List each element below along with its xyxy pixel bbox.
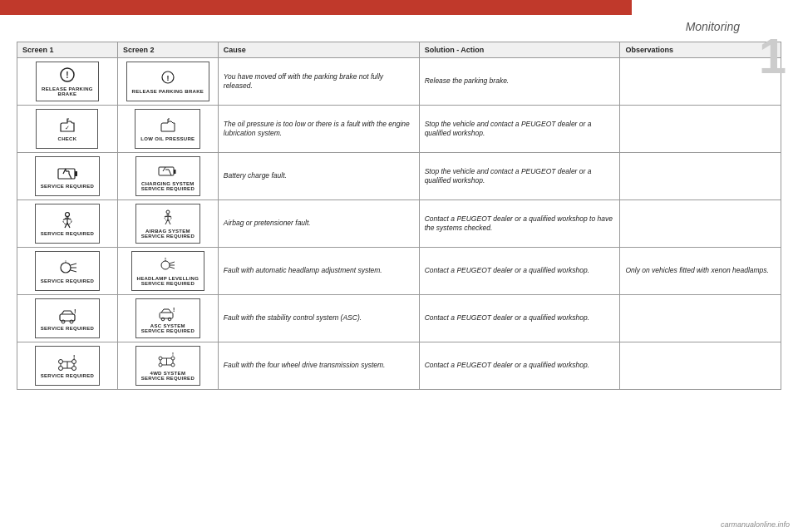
top-red-bar bbox=[0, 0, 798, 15]
svg-line-22 bbox=[71, 264, 76, 265]
solution-cell: Stop the vehicle and contact a PEUGEOT d… bbox=[419, 106, 620, 153]
screen2-cell: ! RELEASE PARKING BRAKE bbox=[117, 58, 218, 106]
airbag-icon bbox=[56, 211, 79, 229]
solution-cell: Stop the vehicle and contact a PEUGEOT d… bbox=[419, 153, 620, 200]
asc-icon: ! bbox=[56, 306, 79, 324]
cause-cell: Fault with the four wheel drive transmis… bbox=[218, 342, 419, 390]
screen2-cell: LOW OIL PRESSURE bbox=[117, 106, 218, 153]
col-observations: Observations bbox=[620, 42, 781, 58]
indicator-box-screen1: ! SERVICE REQUIRED bbox=[35, 346, 100, 386]
screen2-cell: CHARGING SYSTEMSERVICE REQUIRED bbox=[117, 153, 218, 200]
table-row: ! SERVICE REQUIRED ! ASC SYSTEMSERVICE R… bbox=[17, 295, 781, 342]
observations-cell bbox=[620, 106, 781, 153]
battery-icon bbox=[56, 164, 79, 182]
screen1-cell: SERVICE REQUIRED bbox=[17, 153, 118, 200]
svg-text:!: ! bbox=[166, 74, 169, 82]
4wd-sm-icon: ! bbox=[156, 351, 180, 369]
cause-cell: Fault with automatic headlamp adjustment… bbox=[218, 248, 419, 295]
observations-cell bbox=[620, 342, 781, 390]
svg-text:!: ! bbox=[73, 354, 75, 360]
col-cause: Cause bbox=[218, 42, 419, 58]
col-solution: Solution - Action bbox=[419, 42, 620, 58]
asc-sm-icon: ! bbox=[156, 303, 180, 322]
svg-line-14 bbox=[163, 167, 165, 171]
section-number: 1 bbox=[759, 32, 786, 81]
svg-text:✓: ✓ bbox=[65, 125, 70, 131]
svg-text:!: ! bbox=[173, 307, 175, 313]
svg-point-52 bbox=[171, 363, 175, 367]
svg-point-41 bbox=[58, 367, 62, 371]
svg-rect-13 bbox=[174, 170, 176, 174]
screen1-cell: ! SERVICE REQUIRED bbox=[17, 342, 118, 390]
solution-cell: Contact a PEUGEOT dealer or a qualified … bbox=[419, 248, 620, 295]
svg-point-40 bbox=[71, 360, 76, 364]
headlamp-sm-icon bbox=[156, 256, 180, 274]
cause-cell: Airbag or pretensioner fault. bbox=[218, 200, 419, 248]
solution-cell: Contact a PEUGEOT dealer or a qualified … bbox=[419, 200, 620, 248]
observations-cell bbox=[620, 200, 781, 248]
svg-point-26 bbox=[161, 261, 170, 269]
indicator-box-screen2: HEADLAMP LEVELLINGSERVICE REQUIRED bbox=[131, 251, 205, 291]
svg-line-24 bbox=[71, 270, 76, 272]
page-title: Monitoring bbox=[686, 20, 740, 33]
cause-cell: You have moved off with the parking brak… bbox=[218, 58, 419, 106]
svg-rect-31 bbox=[60, 314, 75, 321]
table-row: SERVICE REQUIRED HEADLAMP LEVELLINGSERVI… bbox=[17, 248, 781, 295]
solution-cell: Release the parking brake. bbox=[419, 58, 620, 106]
indicator-box-screen1: SERVICE REQUIRED bbox=[35, 156, 100, 196]
observations-cell: Only on vehicles fitted with xenon headl… bbox=[620, 248, 781, 295]
svg-line-27 bbox=[170, 262, 175, 264]
svg-point-21 bbox=[61, 263, 71, 273]
svg-line-11 bbox=[69, 174, 71, 179]
col-screen2: Screen 2 bbox=[117, 42, 218, 58]
cause-cell: Battery charge fault. bbox=[218, 153, 419, 200]
main-table: Screen 1 Screen 2 Cause Solution - Actio… bbox=[17, 42, 781, 390]
indicator-box-screen1: ! SERVICE REQUIRED bbox=[35, 298, 100, 338]
svg-line-29 bbox=[170, 267, 175, 268]
cause-cell: The oil pressure is too low or there is … bbox=[218, 106, 419, 153]
page-header: Monitoring 1 bbox=[0, 15, 798, 35]
table-row: SERVICE REQUIRED AIRBAG SYSTEMSERVICE RE… bbox=[17, 200, 781, 248]
indicator-box-screen2: ! 4WD SYSTEMSERVICE REQUIRED bbox=[135, 346, 200, 386]
svg-point-50 bbox=[171, 357, 175, 360]
cause-cell: Fault with the stability control system … bbox=[218, 295, 419, 342]
screen2-cell: ! ASC SYSTEMSERVICE REQUIRED bbox=[117, 295, 218, 342]
svg-rect-35 bbox=[160, 313, 173, 318]
solution-cell: Contact a PEUGEOT dealer or a qualified … bbox=[419, 295, 620, 342]
battery-sm-icon bbox=[156, 161, 180, 180]
bottom-bar: carmanualonline.info bbox=[712, 517, 798, 532]
parking-brake-icon: ! bbox=[56, 66, 79, 85]
screen2-cell: AIRBAG SYSTEMSERVICE REQUIRED bbox=[117, 200, 218, 248]
svg-rect-12 bbox=[159, 167, 174, 175]
svg-point-49 bbox=[159, 357, 162, 360]
svg-point-19 bbox=[166, 210, 170, 214]
svg-point-42 bbox=[71, 367, 76, 371]
svg-point-51 bbox=[159, 363, 162, 367]
svg-text:!: ! bbox=[66, 71, 68, 80]
airbag-sm-icon bbox=[156, 209, 180, 227]
indicator-box-screen2: CHARGING SYSTEMSERVICE REQUIRED bbox=[135, 156, 200, 196]
oil-check-icon: ✓ bbox=[56, 116, 79, 135]
headlamp-icon bbox=[56, 259, 79, 277]
observations-cell bbox=[620, 153, 781, 200]
svg-rect-5 bbox=[58, 169, 75, 179]
parking-brake-sm-icon: ! bbox=[156, 69, 180, 87]
col-screen1: Screen 1 bbox=[17, 42, 118, 58]
screen1-cell: ✓ CHECK bbox=[17, 106, 118, 153]
table-row: ! SERVICE REQUIRED bbox=[17, 342, 781, 390]
table-row: ! RELEASE PARKINGBRAKE ! RELEASE PARKING… bbox=[17, 58, 781, 106]
4wd-icon: ! bbox=[56, 353, 79, 372]
indicator-box-screen1: ✓ CHECK bbox=[36, 109, 98, 149]
observations-cell bbox=[620, 295, 781, 342]
screen1-cell: SERVICE REQUIRED bbox=[17, 200, 118, 248]
svg-rect-6 bbox=[75, 171, 77, 176]
svg-point-39 bbox=[58, 360, 62, 364]
screen2-cell: HEADLAMP LEVELLINGSERVICE REQUIRED bbox=[117, 248, 218, 295]
svg-point-17 bbox=[65, 213, 69, 217]
indicator-box-screen2: LOW OIL PRESSURE bbox=[135, 109, 200, 149]
screen1-cell: ! SERVICE REQUIRED bbox=[17, 295, 118, 342]
solution-cell: Contact a PEUGEOT dealer or a qualified … bbox=[419, 342, 620, 390]
screen1-cell: ! RELEASE PARKINGBRAKE bbox=[17, 58, 118, 106]
svg-line-16 bbox=[169, 170, 171, 175]
indicator-box-screen1: SERVICE REQUIRED bbox=[35, 251, 100, 291]
